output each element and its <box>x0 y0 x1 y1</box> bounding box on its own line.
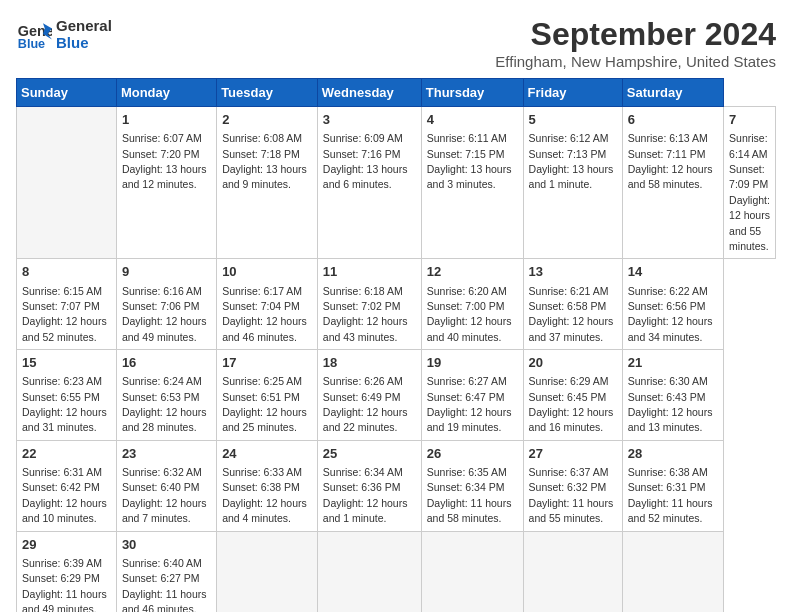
day-number: 13 <box>529 263 617 281</box>
day-info: Sunrise: 6:37 AMSunset: 6:32 PMDaylight:… <box>529 466 614 524</box>
day-number: 23 <box>122 445 211 463</box>
day-info: Sunrise: 6:22 AMSunset: 6:56 PMDaylight:… <box>628 285 713 343</box>
day-info: Sunrise: 6:27 AMSunset: 6:47 PMDaylight:… <box>427 375 512 433</box>
day-number: 7 <box>729 111 770 129</box>
week-row-2: 15Sunrise: 6:23 AMSunset: 6:55 PMDayligh… <box>17 350 776 441</box>
day-cell-26: 26Sunrise: 6:35 AMSunset: 6:34 PMDayligh… <box>421 440 523 531</box>
empty-cell <box>523 531 622 612</box>
day-cell-5: 5Sunrise: 6:12 AMSunset: 7:13 PMDaylight… <box>523 107 622 259</box>
day-info: Sunrise: 6:23 AMSunset: 6:55 PMDaylight:… <box>22 375 107 433</box>
header-sunday: Sunday <box>17 79 117 107</box>
day-info: Sunrise: 6:38 AMSunset: 6:31 PMDaylight:… <box>628 466 713 524</box>
day-number: 5 <box>529 111 617 129</box>
day-cell-10: 10Sunrise: 6:17 AMSunset: 7:04 PMDayligh… <box>217 259 318 350</box>
day-cell-13: 13Sunrise: 6:21 AMSunset: 6:58 PMDayligh… <box>523 259 622 350</box>
day-cell-23: 23Sunrise: 6:32 AMSunset: 6:40 PMDayligh… <box>116 440 216 531</box>
day-info: Sunrise: 6:16 AMSunset: 7:06 PMDaylight:… <box>122 285 207 343</box>
day-info: Sunrise: 6:31 AMSunset: 6:42 PMDaylight:… <box>22 466 107 524</box>
header-thursday: Thursday <box>421 79 523 107</box>
day-cell-22: 22Sunrise: 6:31 AMSunset: 6:42 PMDayligh… <box>17 440 117 531</box>
day-number: 30 <box>122 536 211 554</box>
day-cell-12: 12Sunrise: 6:20 AMSunset: 7:00 PMDayligh… <box>421 259 523 350</box>
day-info: Sunrise: 6:12 AMSunset: 7:13 PMDaylight:… <box>529 132 614 190</box>
day-cell-30: 30Sunrise: 6:40 AMSunset: 6:27 PMDayligh… <box>116 531 216 612</box>
day-cell-14: 14Sunrise: 6:22 AMSunset: 6:56 PMDayligh… <box>622 259 723 350</box>
day-number: 27 <box>529 445 617 463</box>
day-number: 18 <box>323 354 416 372</box>
month-year: September 2024 <box>495 16 776 53</box>
day-number: 8 <box>22 263 111 281</box>
day-number: 28 <box>628 445 718 463</box>
week-row-4: 29Sunrise: 6:39 AMSunset: 6:29 PMDayligh… <box>17 531 776 612</box>
day-cell-8: 8Sunrise: 6:15 AMSunset: 7:07 PMDaylight… <box>17 259 117 350</box>
calendar-header-row: SundayMondayTuesdayWednesdayThursdayFrid… <box>17 79 776 107</box>
day-info: Sunrise: 6:07 AMSunset: 7:20 PMDaylight:… <box>122 132 207 190</box>
day-number: 26 <box>427 445 518 463</box>
empty-cell <box>421 531 523 612</box>
day-cell-15: 15Sunrise: 6:23 AMSunset: 6:55 PMDayligh… <box>17 350 117 441</box>
day-info: Sunrise: 6:30 AMSunset: 6:43 PMDaylight:… <box>628 375 713 433</box>
day-cell-21: 21Sunrise: 6:30 AMSunset: 6:43 PMDayligh… <box>622 350 723 441</box>
day-number: 20 <box>529 354 617 372</box>
day-cell-27: 27Sunrise: 6:37 AMSunset: 6:32 PMDayligh… <box>523 440 622 531</box>
day-number: 4 <box>427 111 518 129</box>
week-row-3: 22Sunrise: 6:31 AMSunset: 6:42 PMDayligh… <box>17 440 776 531</box>
day-info: Sunrise: 6:15 AMSunset: 7:07 PMDaylight:… <box>22 285 107 343</box>
day-cell-18: 18Sunrise: 6:26 AMSunset: 6:49 PMDayligh… <box>317 350 421 441</box>
day-info: Sunrise: 6:25 AMSunset: 6:51 PMDaylight:… <box>222 375 307 433</box>
week-row-0: 1Sunrise: 6:07 AMSunset: 7:20 PMDaylight… <box>17 107 776 259</box>
day-number: 22 <box>22 445 111 463</box>
day-number: 1 <box>122 111 211 129</box>
day-info: Sunrise: 6:35 AMSunset: 6:34 PMDaylight:… <box>427 466 512 524</box>
day-info: Sunrise: 6:13 AMSunset: 7:11 PMDaylight:… <box>628 132 713 190</box>
day-number: 21 <box>628 354 718 372</box>
day-cell-20: 20Sunrise: 6:29 AMSunset: 6:45 PMDayligh… <box>523 350 622 441</box>
day-number: 11 <box>323 263 416 281</box>
empty-cell <box>17 107 117 259</box>
day-number: 17 <box>222 354 312 372</box>
day-number: 2 <box>222 111 312 129</box>
day-number: 6 <box>628 111 718 129</box>
day-cell-9: 9Sunrise: 6:16 AMSunset: 7:06 PMDaylight… <box>116 259 216 350</box>
day-number: 14 <box>628 263 718 281</box>
day-cell-24: 24Sunrise: 6:33 AMSunset: 6:38 PMDayligh… <box>217 440 318 531</box>
day-number: 25 <box>323 445 416 463</box>
empty-cell <box>217 531 318 612</box>
day-info: Sunrise: 6:33 AMSunset: 6:38 PMDaylight:… <box>222 466 307 524</box>
header-tuesday: Tuesday <box>217 79 318 107</box>
empty-cell <box>622 531 723 612</box>
day-cell-4: 4Sunrise: 6:11 AMSunset: 7:15 PMDaylight… <box>421 107 523 259</box>
logo-icon: General Blue <box>16 16 52 52</box>
day-cell-16: 16Sunrise: 6:24 AMSunset: 6:53 PMDayligh… <box>116 350 216 441</box>
logo-text-blue: Blue <box>56 34 112 51</box>
day-number: 12 <box>427 263 518 281</box>
day-info: Sunrise: 6:08 AMSunset: 7:18 PMDaylight:… <box>222 132 307 190</box>
day-cell-17: 17Sunrise: 6:25 AMSunset: 6:51 PMDayligh… <box>217 350 318 441</box>
day-cell-2: 2Sunrise: 6:08 AMSunset: 7:18 PMDaylight… <box>217 107 318 259</box>
day-info: Sunrise: 6:18 AMSunset: 7:02 PMDaylight:… <box>323 285 408 343</box>
day-cell-6: 6Sunrise: 6:13 AMSunset: 7:11 PMDaylight… <box>622 107 723 259</box>
svg-text:Blue: Blue <box>18 37 45 51</box>
header-wednesday: Wednesday <box>317 79 421 107</box>
empty-cell <box>317 531 421 612</box>
day-info: Sunrise: 6:32 AMSunset: 6:40 PMDaylight:… <box>122 466 207 524</box>
week-row-1: 8Sunrise: 6:15 AMSunset: 7:07 PMDaylight… <box>17 259 776 350</box>
header-saturday: Saturday <box>622 79 723 107</box>
day-info: Sunrise: 6:20 AMSunset: 7:00 PMDaylight:… <box>427 285 512 343</box>
day-number: 10 <box>222 263 312 281</box>
day-info: Sunrise: 6:14 AMSunset: 7:09 PMDaylight:… <box>729 132 770 252</box>
logo: General Blue General Blue <box>16 16 112 52</box>
day-info: Sunrise: 6:24 AMSunset: 6:53 PMDaylight:… <box>122 375 207 433</box>
day-cell-28: 28Sunrise: 6:38 AMSunset: 6:31 PMDayligh… <box>622 440 723 531</box>
day-number: 24 <box>222 445 312 463</box>
title-block: September 2024 Effingham, New Hampshire,… <box>495 16 776 70</box>
day-number: 19 <box>427 354 518 372</box>
day-info: Sunrise: 6:34 AMSunset: 6:36 PMDaylight:… <box>323 466 408 524</box>
day-cell-7: 7Sunrise: 6:14 AMSunset: 7:09 PMDaylight… <box>724 107 776 259</box>
day-number: 16 <box>122 354 211 372</box>
day-cell-19: 19Sunrise: 6:27 AMSunset: 6:47 PMDayligh… <box>421 350 523 441</box>
header-monday: Monday <box>116 79 216 107</box>
day-cell-1: 1Sunrise: 6:07 AMSunset: 7:20 PMDaylight… <box>116 107 216 259</box>
day-info: Sunrise: 6:09 AMSunset: 7:16 PMDaylight:… <box>323 132 408 190</box>
header: General Blue General Blue September 2024… <box>16 16 776 70</box>
